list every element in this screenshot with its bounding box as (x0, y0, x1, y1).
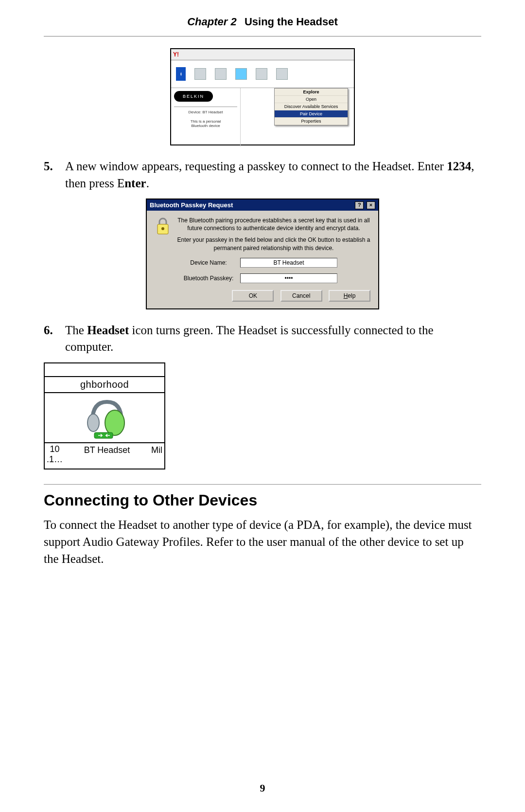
section-paragraph: To connect the Headset to another type o… (44, 516, 481, 567)
device-icon (256, 68, 267, 80)
figure-green-headset: ghborhood 10 .1… BT Headset Mil (44, 362, 165, 469)
dialog-body: The Bluetooth pairing procedure establis… (147, 211, 378, 308)
figure-passkey-dialog: Bluetooth Passkey Request ? × The Blueto… (146, 198, 379, 309)
device-icon (235, 68, 247, 80)
device-name-label: Device Name: (177, 259, 240, 267)
page: Chapter 2 Using the Headset Y! ᚼ BELKIN (0, 0, 525, 812)
step-6-number: 6. (44, 322, 65, 339)
step-6-text: The Headset icon turns green. The Headse… (65, 322, 481, 356)
dialog-para2: Enter your passkey in the field below an… (177, 236, 370, 252)
dialog-title: Bluetooth Passkey Request (150, 201, 233, 209)
step-5: 5. A new window appears, requesting a pa… (44, 158, 481, 192)
close-icon[interactable]: × (367, 201, 375, 209)
section-heading: Connecting to Other Devices (44, 491, 481, 509)
figure-green-headset-wrap: ghborhood 10 .1… BT Headset Mil (44, 362, 481, 469)
fig3-top (45, 363, 164, 377)
headset-green-icon (83, 395, 126, 441)
page-number: 9 (0, 782, 525, 794)
menu-explore[interactable]: Explore (275, 89, 348, 96)
chapter-title: Using the Headset (239, 16, 338, 28)
fig3-bottom: 10 .1… BT Headset Mil (45, 442, 164, 469)
step-5-text: A new window appears, requesting a passk… (65, 158, 481, 192)
menu-open[interactable]: Open (275, 96, 348, 103)
fig3-center-text: BT Headset (84, 444, 130, 455)
sidebar-text: This is a personal (174, 119, 237, 124)
device-name-field: BT Headset (240, 258, 337, 268)
help-icon[interactable]: ? (355, 201, 364, 209)
device-icon (276, 68, 288, 80)
dialog-titlebar: Bluetooth Passkey Request ? × (147, 199, 378, 211)
step-6: 6. The Headset icon turns green. The Hea… (44, 322, 481, 356)
fig1-toolbar: ᚼ (171, 60, 354, 88)
passkey-label: Bluetooth Passkey: (177, 274, 240, 282)
menu-pair[interactable]: Pair Device (275, 110, 348, 118)
sidebar-text: Bluetooth device (174, 124, 237, 128)
svg-point-3 (88, 414, 99, 432)
ok-button[interactable]: OK (232, 290, 274, 302)
section-rule (44, 484, 481, 485)
step-5-number: 5. (44, 158, 65, 175)
belkin-logo: BELKIN (174, 91, 213, 102)
help-button[interactable]: Help (329, 290, 370, 302)
header-rule (44, 36, 481, 36)
dialog-content: The Bluetooth pairing procedure establis… (177, 217, 370, 302)
fig1-toolbar-top: Y! (171, 49, 354, 60)
dialog-buttons: OK Cancel Help (177, 290, 370, 302)
fig3-window-label: ghborhood (45, 377, 164, 393)
figure-passkey-wrap: Bluetooth Passkey Request ? × The Blueto… (44, 198, 481, 309)
device-icon (194, 68, 206, 80)
fig1-sidebar: BELKIN Device: BT Headset This is a pers… (171, 88, 241, 146)
passkey-field[interactable]: •••• (240, 273, 337, 283)
menu-discover[interactable]: Discover Available Services (275, 103, 348, 110)
fig3-right-text: Mil (151, 444, 162, 455)
lock-icon (155, 217, 171, 302)
chapter-label: Chapter 2 (187, 16, 236, 28)
sidebar-text: Device: BT Headset (174, 110, 237, 114)
fig3-left-text: 10 .1… (47, 444, 63, 465)
yahoo-icon: Y! (173, 51, 179, 58)
svg-point-2 (105, 410, 124, 435)
cancel-button[interactable]: Cancel (280, 290, 322, 302)
svg-rect-4 (94, 433, 113, 438)
context-menu: Explore Open Discover Available Services… (274, 88, 348, 126)
svg-point-1 (161, 227, 164, 230)
device-icon (215, 68, 227, 80)
menu-properties[interactable]: Properties (275, 118, 348, 125)
figure-neighborhood-wrap: Y! ᚼ BELKIN Device: BT Headset This is a… (44, 48, 481, 145)
dialog-para1: The Bluetooth pairing procedure establis… (177, 217, 370, 232)
figure-neighborhood: Y! ᚼ BELKIN Device: BT Headset This is a… (170, 48, 355, 145)
bluetooth-icon: ᚼ (176, 67, 186, 81)
fig3-body (45, 393, 164, 442)
page-header: Chapter 2 Using the Headset (44, 0, 481, 33)
